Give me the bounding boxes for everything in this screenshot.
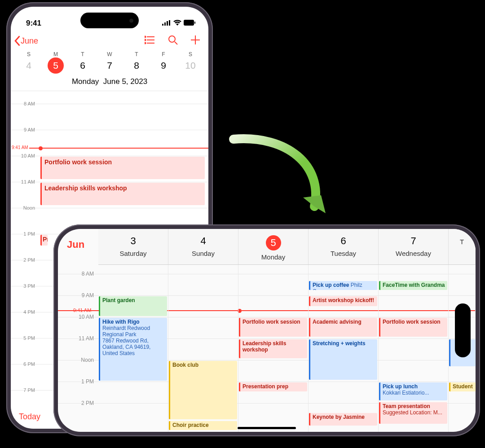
hour-label: 2 PM: [11, 257, 38, 263]
hour-label: 4 PM: [11, 309, 38, 315]
sun-col: Book club Choir practice: [168, 265, 238, 432]
hour-label: Noon: [58, 357, 97, 363]
event-portfolio[interactable]: Portfolio work session: [239, 318, 307, 337]
week-header: S4 M5 T6 W7 T8 F9 S10: [11, 48, 208, 75]
event-student[interactable]: Student: [449, 382, 476, 391]
event-facetime[interactable]: FaceTime with Grandma: [379, 281, 447, 290]
col-tue[interactable]: 6Tuesday: [309, 229, 379, 264]
svg-rect-3: [169, 20, 170, 26]
tue-col: Pick up coffee Philz Co... Artist worksh…: [309, 265, 379, 432]
status-time: 9:41: [26, 19, 41, 28]
hour-label: 2 PM: [58, 400, 97, 406]
hour-label: 1 PM: [58, 378, 97, 385]
hour-label: 9 AM: [58, 292, 97, 299]
hour-label: 7 PM: [11, 387, 38, 393]
event-book-club[interactable]: Book club: [169, 361, 237, 419]
event-choir[interactable]: Choir practice: [169, 421, 237, 430]
hour-label: 3 PM: [11, 283, 38, 289]
event-advising[interactable]: Academic advising: [309, 318, 377, 337]
search-icon[interactable]: [168, 35, 178, 47]
hour-label: 11 AM: [58, 335, 97, 342]
svg-point-12: [169, 36, 175, 42]
dow: S: [27, 51, 31, 57]
event-artist[interactable]: Artist workshop kickoff!: [309, 296, 377, 306]
day-4[interactable]: 4: [26, 57, 31, 75]
event-plant-garden[interactable]: Plant garden: [99, 296, 167, 316]
wifi-icon: [173, 19, 181, 28]
event-team-presentation[interactable]: Team presentationSuggested Location: M..…: [379, 402, 447, 424]
hour-label: Noon: [11, 205, 38, 211]
col-sun[interactable]: 4Sunday: [168, 229, 238, 264]
col-thu-partial[interactable]: T: [449, 229, 476, 264]
day-8[interactable]: 8: [134, 57, 139, 75]
svg-rect-2: [167, 21, 168, 26]
svg-rect-1: [164, 22, 166, 26]
day-10[interactable]: 10: [185, 57, 195, 75]
event-portfolio[interactable]: Portfolio work session: [40, 157, 205, 179]
battery-icon: [184, 19, 196, 28]
col-sat[interactable]: 3Saturday: [98, 229, 168, 264]
nav-bar: June: [11, 31, 208, 48]
svg-point-10: [145, 40, 146, 41]
day-6[interactable]: 6: [80, 57, 85, 75]
svg-point-11: [145, 43, 146, 44]
home-indicator[interactable]: [238, 427, 296, 429]
wed-col: FaceTime with Grandma Portfolio work ses…: [379, 265, 449, 432]
dow: S: [189, 51, 192, 57]
svg-point-9: [145, 36, 146, 38]
rotation-arrow: [225, 130, 341, 231]
day-5-today[interactable]: 5: [48, 57, 64, 74]
dynamic-island: [455, 303, 471, 357]
hour-label: 1 PM: [11, 231, 38, 237]
dow: T: [135, 51, 138, 57]
hour-label: 8 AM: [58, 271, 97, 277]
event-leadership[interactable]: Leadership skills workshop: [40, 183, 205, 205]
current-time-indicator: 9:41 AM: [11, 148, 208, 149]
event-lunch[interactable]: Pick up lunchKokkari Estiatorio...: [379, 382, 447, 400]
dynamic-island: [80, 13, 139, 28]
week-header: 3Saturday 4Sunday 5Monday 6Tuesday 7Wedn…: [98, 229, 476, 265]
event-keynote[interactable]: Keynote by Jasmine: [309, 413, 377, 426]
dow: M: [53, 51, 58, 57]
dow: W: [107, 51, 112, 57]
svg-rect-4: [184, 20, 194, 26]
month-label[interactable]: Jun: [67, 239, 84, 250]
event-portfolio-wed[interactable]: Portfolio work session: [379, 318, 447, 337]
hour-label: 5 PM: [11, 335, 38, 341]
cellular-icon: [162, 19, 171, 28]
event-leadership[interactable]: Leadership skills workshop: [239, 339, 307, 358]
col-mon-today[interactable]: 5Monday: [238, 229, 309, 264]
event-hike[interactable]: Hike with Rigo Reinhardt Redwood Regiona…: [99, 318, 167, 381]
back-button[interactable]: June: [13, 35, 38, 46]
event-truncated[interactable]: Pr: [40, 235, 48, 246]
dow: T: [81, 51, 84, 57]
day-7[interactable]: 7: [107, 57, 112, 75]
list-icon[interactable]: [145, 35, 155, 46]
event-stretch[interactable]: Stretching + weights: [309, 339, 377, 380]
event-prep[interactable]: Presentation prep: [239, 382, 307, 391]
add-icon[interactable]: [190, 35, 200, 47]
today-button[interactable]: Today: [19, 412, 40, 422]
hour-label: 6 PM: [11, 361, 38, 367]
hour-label: 11 AM: [11, 179, 38, 184]
phone-landscape: Jun 3Saturday 4Sunday 5Monday 6Tuesday 7…: [53, 224, 480, 436]
back-label: June: [21, 36, 38, 46]
selected-date: Monday June 5, 2023: [11, 75, 208, 91]
col-wed[interactable]: 7Wednesday: [379, 229, 449, 264]
svg-rect-0: [162, 24, 163, 26]
mon-col: Portfolio work session Leadership skills…: [238, 265, 309, 432]
sat-col: Plant garden Hike with Rigo Reinhardt Re…: [98, 265, 168, 432]
hour-label: 8 AM: [11, 101, 38, 106]
week-timeline[interactable]: 8 AM 9 AM 10 AM 11 AM Noon 1 PM 2 PM 9:4…: [58, 265, 476, 432]
hour-label: 10 AM: [58, 314, 97, 320]
svg-rect-5: [194, 22, 195, 24]
svg-line-13: [175, 42, 177, 44]
event-coffee[interactable]: Pick up coffee Philz Co...: [309, 281, 377, 290]
hour-label: 9 AM: [11, 127, 38, 132]
hour-label: 10 AM: [11, 153, 38, 158]
dow: F: [162, 51, 165, 57]
day-9[interactable]: 9: [161, 57, 166, 75]
